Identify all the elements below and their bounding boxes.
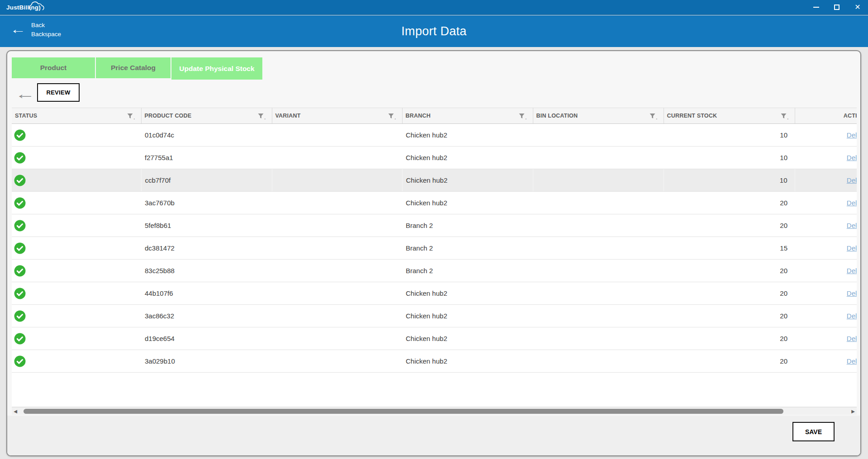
data-grid-viewport: STATUS.PRODUCT CODE.VARIANT.BRANCH.BIN L… <box>12 108 857 406</box>
delete-link[interactable]: Delete <box>847 199 857 207</box>
cell-status <box>12 350 141 373</box>
save-button[interactable]: SAVE <box>792 422 835 441</box>
minimize-button[interactable] <box>806 0 826 15</box>
scrollbar-thumb[interactable] <box>24 409 783 414</box>
column-header-product-code[interactable]: PRODUCT CODE. <box>141 108 272 124</box>
import-table: STATUS.PRODUCT CODE.VARIANT.BRANCH.BIN L… <box>12 108 857 373</box>
cell-bin-location <box>533 237 664 260</box>
tab-price-catalog[interactable]: Price Catalog <box>96 57 171 78</box>
review-button[interactable]: REVIEW <box>37 83 80 102</box>
filter-funnel-icon[interactable]: . <box>127 113 135 119</box>
cell-bin-location <box>533 260 664 282</box>
review-back-arrow-icon[interactable]: ← <box>15 86 35 102</box>
status-success-icon <box>14 197 26 209</box>
column-header-variant[interactable]: VARIANT. <box>272 108 402 124</box>
tab-product[interactable]: Product <box>12 57 95 78</box>
cell-variant <box>272 237 402 260</box>
tab-update-physical-stock[interactable]: Update Physical Stock <box>171 57 262 80</box>
cell-action: Delete <box>795 237 857 260</box>
page-title: Import Data <box>0 24 868 38</box>
cell-product-code: f27755a1 <box>141 147 272 169</box>
table-row[interactable]: 01c0d74cChicken hub210Delete <box>12 124 857 147</box>
delete-link[interactable]: Delete <box>847 244 857 252</box>
delete-link[interactable]: Delete <box>847 222 857 229</box>
cell-action: Delete <box>795 327 857 350</box>
cell-variant <box>272 282 402 305</box>
status-success-icon <box>14 288 26 299</box>
filter-funnel-icon[interactable]: . <box>258 113 266 119</box>
table-row[interactable]: 5fef8b61Branch 220Delete <box>12 214 857 237</box>
cell-current-stock: 10 <box>664 147 795 169</box>
column-label: VARIANT <box>275 113 301 119</box>
scroll-left-arrow-icon[interactable]: ◀ <box>12 409 19 414</box>
cell-bin-location <box>533 192 664 214</box>
delete-link[interactable]: Delete <box>847 335 857 342</box>
window-titlebar: JustBilling) ✕ <box>0 0 868 15</box>
scroll-right-arrow-icon[interactable]: ▶ <box>849 409 857 414</box>
table-row[interactable]: dc381472Branch 215Delete <box>12 237 857 260</box>
cell-branch: Branch 2 <box>402 260 533 282</box>
maximize-icon <box>834 5 840 10</box>
cell-status <box>12 214 141 237</box>
status-success-icon <box>14 355 26 367</box>
cell-variant <box>272 169 402 192</box>
cell-status <box>12 327 141 350</box>
column-header-branch[interactable]: BRANCH. <box>402 108 533 124</box>
cell-current-stock: 20 <box>664 282 795 305</box>
table-row[interactable]: d19ce654Chicken hub220Delete <box>12 327 857 350</box>
justbilling-logo: JustBilling) <box>6 4 41 11</box>
table-row[interactable]: 3ac86c32Chicken hub220Delete <box>12 305 857 327</box>
cell-status <box>12 282 141 305</box>
scrollbar-track[interactable] <box>19 407 849 415</box>
column-header-status[interactable]: STATUS. <box>12 108 141 124</box>
cell-bin-location <box>533 169 664 192</box>
column-header-current-stock[interactable]: CURRENT STOCK. <box>664 108 795 124</box>
delete-link[interactable]: Delete <box>847 131 857 139</box>
cell-product-code: 44b107f6 <box>141 282 272 305</box>
column-header-actions[interactable]: ACTIONS <box>795 108 857 124</box>
table-row[interactable]: 3a029b10Chicken hub220Delete <box>12 350 857 373</box>
cell-action: Delete <box>795 214 857 237</box>
cell-branch: Chicken hub2 <box>402 169 533 192</box>
close-button[interactable]: ✕ <box>847 0 868 15</box>
cell-branch: Chicken hub2 <box>402 147 533 169</box>
delete-link[interactable]: Delete <box>847 267 857 274</box>
table-row[interactable]: 83c25b88Branch 220Delete <box>12 260 857 282</box>
cell-product-code: 3a029b10 <box>141 350 272 373</box>
cell-status <box>12 192 141 214</box>
column-label: STATUS <box>15 113 37 119</box>
column-label: PRODUCT CODE <box>145 113 192 119</box>
delete-link[interactable]: Delete <box>847 312 857 320</box>
filter-funnel-icon[interactable]: . <box>781 113 788 119</box>
logo-text: JustBilling <box>6 4 38 11</box>
cell-branch: Chicken hub2 <box>402 282 533 305</box>
cell-branch: Chicken hub2 <box>402 192 533 214</box>
table-row[interactable]: 3ac7670bChicken hub220Delete <box>12 192 857 214</box>
delete-link[interactable]: Delete <box>847 176 857 184</box>
cell-branch: Branch 2 <box>402 237 533 260</box>
status-success-icon <box>14 265 26 277</box>
delete-link[interactable]: Delete <box>847 289 857 297</box>
status-success-icon <box>14 242 26 254</box>
filter-funnel-icon[interactable]: . <box>650 113 657 119</box>
cell-current-stock: 20 <box>664 260 795 282</box>
delete-link[interactable]: Delete <box>847 357 857 365</box>
cell-variant <box>272 260 402 282</box>
maximize-button[interactable] <box>826 0 847 15</box>
filter-funnel-icon[interactable]: . <box>388 113 396 119</box>
cell-branch: Branch 2 <box>402 214 533 237</box>
cell-status <box>12 147 141 169</box>
cell-current-stock: 15 <box>664 237 795 260</box>
table-row[interactable]: ccb7f70fChicken hub210Delete <box>12 169 857 192</box>
column-label: CURRENT STOCK <box>667 113 717 119</box>
table-row[interactable]: 44b107f6Chicken hub220Delete <box>12 282 857 305</box>
delete-link[interactable]: Delete <box>847 154 857 161</box>
cell-product-code: 01c0d74c <box>141 124 272 147</box>
cell-status <box>12 124 141 147</box>
app-header: ← Back Backspace Import Data <box>0 15 868 47</box>
cell-bin-location <box>533 305 664 327</box>
horizontal-scrollbar[interactable]: ◀ ▶ <box>12 407 857 415</box>
table-row[interactable]: f27755a1Chicken hub210Delete <box>12 147 857 169</box>
filter-funnel-icon[interactable]: . <box>519 113 526 119</box>
column-header-bin-location[interactable]: BIN LOCATION. <box>533 108 664 124</box>
